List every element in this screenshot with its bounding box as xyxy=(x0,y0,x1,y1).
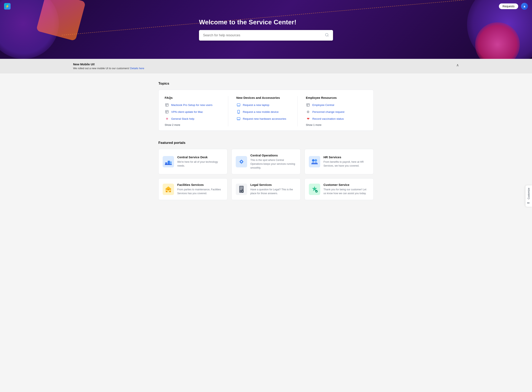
top-navigation: ⚡ Requests ▲ xyxy=(0,0,532,13)
search-icon xyxy=(325,33,329,38)
topics-column-devices: New Devices and Accessories Request a ne… xyxy=(234,96,298,126)
search-input[interactable] xyxy=(203,33,323,37)
hero-content: Welcome to the Service Center! xyxy=(195,19,337,41)
nav-right-area: Requests ▲ xyxy=(499,3,528,10)
portal-info-service-desk: Central Service Desk We're here for all … xyxy=(177,155,223,168)
svg-point-22 xyxy=(241,161,242,162)
topic-item[interactable]: Employee Central xyxy=(306,103,367,107)
svg-rect-17 xyxy=(165,162,167,164)
user-avatar-button[interactable]: ▲ xyxy=(521,3,528,10)
topic-item[interactable]: Macbook Pro Setup for new users xyxy=(165,103,222,107)
portal-title: Central Operations xyxy=(250,154,296,157)
portals-section-title: Featured portals xyxy=(158,141,374,145)
portal-icon-hr xyxy=(309,156,320,167)
topic-icon xyxy=(165,103,169,107)
portal-description: This is the spot where Central Operation… xyxy=(250,158,296,170)
portal-description: From parties to maintenance, Facilities … xyxy=(177,188,223,195)
topic-item[interactable]: ⚙ Personnel change request xyxy=(306,110,367,114)
portal-title: Customer Service xyxy=(323,183,369,187)
portals-grid: Central Service Desk We're here for all … xyxy=(158,149,374,200)
portal-info-legal: Legal Services Have a question for Legal… xyxy=(250,183,296,195)
svg-rect-29 xyxy=(169,190,171,191)
customize-tab[interactable]: Customize ✏ xyxy=(526,186,532,207)
portal-card-service-desk[interactable]: Central Service Desk We're here for all … xyxy=(158,149,228,174)
portal-description: Have a question for Legal? This is the p… xyxy=(250,188,296,195)
banner-content: New Mobile UI! We rolled out a new mobil… xyxy=(73,62,144,70)
svg-rect-20 xyxy=(165,164,172,165)
employee-column-title: Employee Resources xyxy=(306,96,367,99)
svg-rect-28 xyxy=(166,190,167,191)
announcement-banner: New Mobile UI! We rolled out a new mobil… xyxy=(0,59,532,74)
slack-icon: ✳ xyxy=(165,117,169,121)
main-content: Topics FAQs Macbook Pro Setup for new us… xyxy=(154,74,378,212)
app-logo[interactable]: ⚡ xyxy=(4,3,10,9)
portal-card-central-ops[interactable]: Central Operations This is the spot wher… xyxy=(232,149,300,174)
banner-description: We rolled out a new mobile UI to our cus… xyxy=(73,67,144,70)
svg-rect-27 xyxy=(167,190,169,192)
topic-item[interactable]: ❤ Record vaccination status xyxy=(306,117,367,121)
svg-rect-32 xyxy=(240,188,243,188)
svg-rect-19 xyxy=(170,161,171,164)
topic-item[interactable]: Request a new laptop xyxy=(236,103,292,107)
portal-icon-legal xyxy=(236,184,247,195)
portal-title: Central Service Desk xyxy=(177,155,223,159)
svg-point-23 xyxy=(312,159,314,162)
customize-label: Customize xyxy=(527,188,530,200)
portal-title: Legal Services xyxy=(250,183,296,187)
vaccination-icon: ❤ xyxy=(306,117,310,121)
portal-description: We're here for all of your technology ne… xyxy=(177,160,223,168)
topic-item[interactable]: VPN client update for Mac xyxy=(165,110,222,114)
svg-rect-18 xyxy=(168,161,170,164)
topic-item[interactable]: Request a new mobile device xyxy=(236,110,292,114)
portal-info-central-ops: Central Operations This is the spot wher… xyxy=(250,154,296,170)
personnel-icon: ⚙ xyxy=(306,110,310,114)
svg-rect-12 xyxy=(237,117,240,120)
topic-item[interactable]: Request new hardware accessories xyxy=(236,117,292,121)
svg-marker-26 xyxy=(165,186,171,189)
svg-rect-8 xyxy=(237,104,240,106)
portal-icon-service-desk xyxy=(163,156,174,167)
employee-central-icon xyxy=(306,103,310,107)
portal-info-customer-service: Customer Service Thank you for being our… xyxy=(323,183,369,195)
portal-icon-facilities xyxy=(163,184,174,195)
svg-rect-2 xyxy=(166,103,168,106)
portal-description: From benefits to payroll, here at HR Ser… xyxy=(323,160,369,168)
svg-line-1 xyxy=(328,36,328,36)
portal-info-hr: HR Services From benefits to payroll, he… xyxy=(323,155,369,168)
topics-column-faqs: FAQs Macbook Pro Setup for new users VPN… xyxy=(165,96,228,126)
requests-button[interactable]: Requests xyxy=(499,4,518,9)
banner-collapse-icon[interactable]: ∧ xyxy=(456,63,459,67)
laptop-icon xyxy=(236,103,241,107)
svg-point-24 xyxy=(314,159,317,162)
pencil-icon: ✏ xyxy=(527,201,530,204)
portal-info-facilities: Facilities Services From parties to main… xyxy=(177,183,223,195)
portal-icon-customer-service xyxy=(309,184,320,195)
banner-title: New Mobile UI! xyxy=(73,62,144,66)
portal-title: Facilities Services xyxy=(177,183,223,187)
search-bar xyxy=(199,30,333,41)
portal-card-legal[interactable]: Legal Services Have a question for Legal… xyxy=(232,178,300,200)
topic-item[interactable]: ✳ General Slack help xyxy=(165,117,222,121)
portal-card-customer-service[interactable]: Customer Service Thank you for being our… xyxy=(304,178,374,200)
topics-column-employee: Employee Resources Employee Central ⚙ Pe… xyxy=(304,96,367,126)
show-more-employee[interactable]: Show 1 more xyxy=(306,123,367,126)
hardware-icon xyxy=(236,117,241,121)
portal-card-facilities[interactable]: Facilities Services From parties to main… xyxy=(158,178,228,200)
portal-card-hr-services[interactable]: HR Services From benefits to payroll, he… xyxy=(304,149,374,174)
svg-point-37 xyxy=(315,190,318,192)
svg-point-11 xyxy=(238,113,239,113)
hero-section: ⚡ Requests ▲ Welcome to the Service Cent… xyxy=(0,0,532,59)
topics-card: FAQs Macbook Pro Setup for new users VPN… xyxy=(158,90,374,131)
topics-section-title: Topics xyxy=(158,82,374,86)
svg-rect-5 xyxy=(166,110,168,113)
svg-rect-31 xyxy=(240,187,243,187)
banner-link[interactable]: Details here xyxy=(130,67,144,70)
hero-title: Welcome to the Service Center! xyxy=(199,19,333,26)
mobile-icon xyxy=(236,110,241,114)
portal-icon-central-ops xyxy=(236,156,247,167)
svg-rect-14 xyxy=(307,103,310,106)
portal-title: HR Services xyxy=(323,155,369,159)
portal-description: Thank you for being our customer! Let us… xyxy=(323,188,369,195)
show-more-faqs[interactable]: Show 2 more xyxy=(165,123,222,126)
svg-rect-33 xyxy=(240,189,242,190)
